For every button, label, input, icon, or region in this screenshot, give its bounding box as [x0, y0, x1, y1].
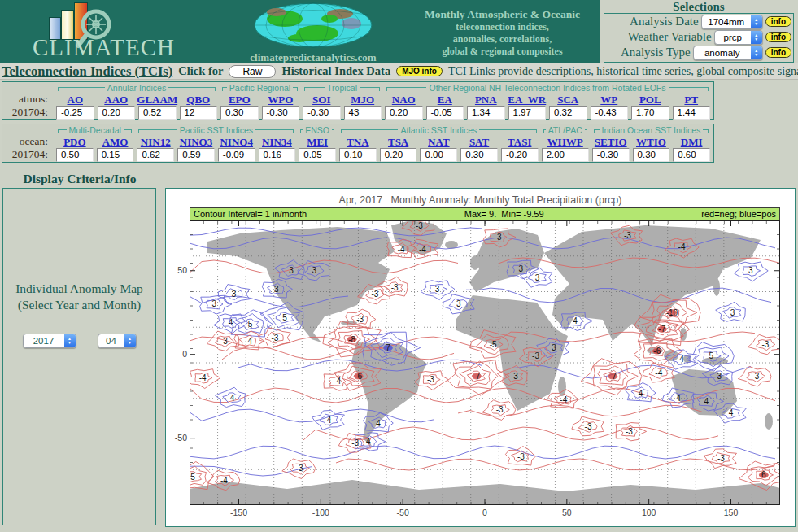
index-link-WTIO[interactable]: WTIO [636, 136, 666, 148]
svg-text:-3: -3 [532, 351, 539, 360]
index-value-NIN34[interactable]: 0.16 [259, 148, 296, 162]
index-value-cell: 0.00 [418, 148, 459, 163]
index-link-TNA[interactable]: TNA [347, 136, 368, 148]
svg-text:-4: -4 [334, 377, 341, 386]
index-value-GLAAM[interactable]: 0.52 [138, 106, 177, 120]
index-link-SAT[interactable]: SAT [469, 136, 489, 148]
index-link-cell: AAO [96, 93, 137, 106]
index-value-NIN12[interactable]: 0.62 [137, 148, 174, 162]
historical-index-data-link[interactable]: Historical Index Data [281, 64, 390, 78]
analysis-date-select[interactable]: 1704mm ▲▼ [701, 15, 763, 29]
svg-text:-3: -3 [296, 464, 303, 473]
index-value-QBO[interactable]: 12 [180, 106, 218, 120]
svg-text:-3: -3 [585, 422, 592, 431]
index-link-NINO3[interactable]: NINO3 [180, 136, 212, 148]
index-link-WP[interactable]: WP [600, 94, 617, 106]
index-link-cell: WHWP [540, 135, 591, 148]
index-link-SCA[interactable]: SCA [557, 94, 578, 106]
svg-text:4: 4 [376, 419, 381, 428]
index-link-SOI[interactable]: SOI [312, 94, 330, 106]
weather-variable-select[interactable]: prcp ▲▼ [714, 30, 763, 45]
index-link-WHWP[interactable]: WHWP [547, 136, 583, 148]
mjo-info-button[interactable]: MJO info [396, 66, 443, 76]
index-value-TNA[interactable]: 0.10 [339, 148, 377, 162]
index-link-PNA[interactable]: PNA [475, 94, 497, 106]
index-link-NIN34[interactable]: NIN34 [262, 136, 292, 148]
index-value-WHWP[interactable]: 2.00 [542, 148, 589, 162]
index-link-EA[interactable]: EA [438, 94, 452, 106]
index-value-POL[interactable]: 1.70 [631, 106, 669, 120]
svg-text:3: 3 [535, 273, 540, 282]
index-link-QBO[interactable]: QBO [186, 94, 210, 106]
index-value-cell: -0.05 [425, 106, 466, 120]
selections-title: Selections [602, 0, 796, 13]
month-select[interactable]: 04 ▲▼ [98, 334, 137, 348]
svg-text:-5: -5 [490, 340, 497, 349]
stepper-icon: ▲▼ [751, 15, 762, 28]
index-link-TSA[interactable]: TSA [388, 136, 408, 148]
index-link-EPO[interactable]: EPO [229, 94, 251, 106]
index-link-GLAAM[interactable]: GLAAM [137, 94, 177, 106]
index-link-POL[interactable]: POL [639, 94, 661, 106]
index-value-PNA[interactable]: 1.34 [467, 106, 505, 120]
index-link-MJO[interactable]: MJO [351, 94, 374, 106]
index-link-AAO[interactable]: AAO [104, 94, 128, 106]
index-link-WPO[interactable]: WPO [268, 94, 293, 106]
index-link-EA_WR[interactable]: EA_WR [508, 94, 546, 106]
map-info-bar: Contour Interval= 1 in/month Max= 9. Min… [190, 207, 780, 220]
individual-anomaly-map-link[interactable]: Individual Anomaly Map [15, 281, 143, 295]
index-link-SETIO[interactable]: SETIO [595, 136, 627, 148]
index-value-WP[interactable]: -0.43 [591, 106, 629, 120]
index-value-NINO3[interactable]: 0.59 [177, 148, 215, 162]
index-link-MEI[interactable]: MEI [307, 136, 328, 148]
index-value-EA[interactable]: -0.05 [426, 106, 464, 120]
index-value-SCA[interactable]: 0.32 [549, 106, 587, 120]
index-value-SETIO[interactable]: -0.30 [592, 148, 630, 162]
index-value-EA_WR[interactable]: 1.97 [508, 106, 547, 120]
index-value-EPO[interactable]: 0.30 [220, 106, 259, 120]
index-value-cell: 0.10 [338, 148, 378, 163]
analysis-type-info-button[interactable]: info [765, 47, 791, 58]
index-link-PT[interactable]: PT [684, 94, 698, 106]
x-tick-label: 150 [717, 508, 745, 517]
index-link-DMI[interactable]: DMI [681, 136, 703, 148]
index-value-TSA[interactable]: 0.20 [380, 148, 417, 162]
index-link-cell: WPO [260, 93, 302, 106]
index-value-MEI[interactable]: 0.05 [299, 148, 336, 162]
index-value-TASI[interactable]: -0.20 [501, 148, 539, 162]
globe-caption: climatepredictanalytics.com [249, 51, 377, 64]
index-value-AAO[interactable]: 0.20 [98, 106, 136, 120]
index-link-NIN12[interactable]: NIN12 [141, 136, 171, 148]
contour-map-plot: -3-4-4-3-3-433333545-3-4-3-873-3-3-33333… [190, 220, 780, 505]
svg-text:3: 3 [519, 264, 524, 273]
weather-variable-info-button[interactable]: info [765, 32, 791, 42]
analysis-type-select[interactable]: anomaly ▲▼ [693, 46, 763, 60]
index-value-cell: 0.30 [459, 148, 499, 163]
index-value-NAT[interactable]: 0.00 [420, 148, 457, 162]
index-link-AMO[interactable]: AMO [102, 136, 129, 148]
index-value-NAO[interactable]: 0.20 [385, 106, 423, 120]
index-value-WTIO[interactable]: 0.30 [633, 148, 670, 162]
index-link-NAT[interactable]: NAT [428, 136, 449, 148]
raw-button[interactable]: Raw [229, 65, 276, 78]
index-link-NINO4[interactable]: NINO4 [220, 136, 252, 148]
index-value-NINO4[interactable]: -0.09 [218, 148, 255, 162]
month-value: 04 [98, 336, 124, 346]
index-value-SOI[interactable]: -0.30 [303, 106, 341, 120]
index-link-NAO[interactable]: NAO [392, 94, 416, 106]
index-group: Pacific SST Indices [135, 126, 297, 134]
index-value-WPO[interactable]: -0.30 [262, 106, 300, 120]
analysis-date-info-button[interactable]: info [765, 16, 791, 27]
index-value-SAT[interactable]: 0.30 [460, 148, 498, 162]
year-select[interactable]: 2017 ▲▼ [23, 334, 76, 348]
index-value-PT[interactable]: 1.44 [673, 106, 711, 120]
index-group-label: Tropical [325, 84, 360, 92]
index-value-DMI[interactable]: 0.60 [673, 148, 710, 162]
index-link-TASI[interactable]: TASI [508, 136, 531, 148]
index-value-MJO[interactable]: 43 [344, 106, 382, 120]
index-value-PDO[interactable]: 0.50 [56, 148, 94, 162]
index-value-AO[interactable]: -0.25 [56, 106, 94, 120]
index-link-AO[interactable]: AO [68, 94, 84, 106]
index-link-PDO[interactable]: PDO [63, 136, 85, 148]
index-value-AMO[interactable]: 0.15 [97, 148, 134, 162]
